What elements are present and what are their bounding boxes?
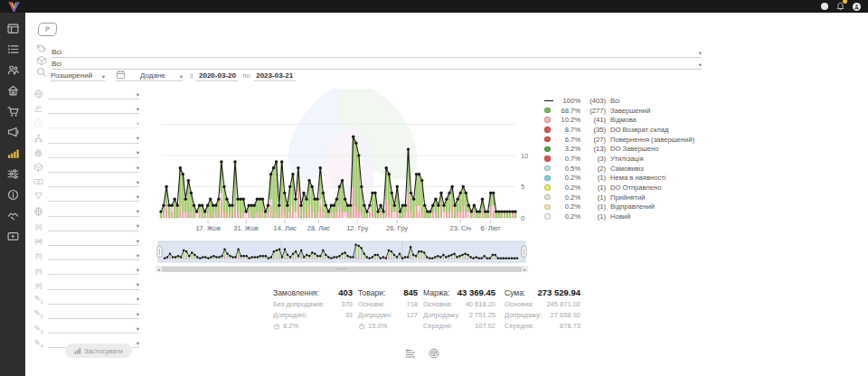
filter-row-pencil2[interactable]: ✎2▾ xyxy=(33,307,139,319)
stat-sub-value: 2 751.25 xyxy=(469,311,495,319)
legend-count: (277) xyxy=(580,107,606,115)
sidebar-item-video[interactable] xyxy=(6,230,19,242)
filter-row-s[interactable]: {s}▾ xyxy=(33,220,139,231)
legend-pct: 8.7% xyxy=(556,126,580,134)
scrollbar-thumb[interactable] xyxy=(162,267,522,272)
legend-count: (35) xyxy=(580,126,606,134)
filter-row-pencil3[interactable]: ✎3▾ xyxy=(33,322,139,334)
filter-row-pencil1[interactable]: ✎1▾ xyxy=(33,293,139,305)
product-filter[interactable]: Всі ▾ xyxy=(36,58,702,70)
legend-item[interactable]: 0.2%(1)Відправлений xyxy=(544,202,703,212)
page-icon[interactable]: P xyxy=(37,23,58,36)
svg-text:10: 10 xyxy=(521,152,528,160)
legend-label: DO Завершено xyxy=(610,145,658,153)
notifications-bell-icon[interactable] xyxy=(836,2,844,11)
user-avatar[interactable] xyxy=(853,3,861,11)
dot-swatch xyxy=(544,175,551,182)
banknote-icon xyxy=(33,176,43,187)
search-mode-select[interactable]: Розширений ▾ xyxy=(51,71,105,81)
chevron-down-icon: ▾ xyxy=(137,312,139,318)
sidebar-item-cart[interactable] xyxy=(6,105,19,118)
filter-row-earth[interactable]: ▾ xyxy=(33,88,139,99)
legend-item[interactable]: 0.2%(1)Прийнятий xyxy=(544,193,703,202)
svg-text:28. Лис: 28. Лис xyxy=(307,224,331,232)
legend-item[interactable]: 100%(403)Всі xyxy=(544,96,703,106)
package-view-icon[interactable] xyxy=(429,346,439,362)
apply-button[interactable]: Застосувати xyxy=(65,343,132,358)
sidebar-item-customers[interactable] xyxy=(6,63,19,76)
pencil-icon: ✎1 xyxy=(33,294,42,305)
legend-item[interactable]: 0.2%(1)DO Отправлено xyxy=(544,183,703,193)
sidebar-item-dashboard[interactable] xyxy=(6,22,19,34)
scroll-right-icon[interactable]: ▸ xyxy=(522,266,528,272)
filter-row-sitemap[interactable]: ▾ xyxy=(33,132,139,144)
chevron-down-icon: ▾ xyxy=(137,296,139,303)
legend-label: Повернення (завершений) xyxy=(610,136,694,144)
basket-icon xyxy=(273,323,280,330)
category-filter[interactable]: Всі ▾ xyxy=(36,46,702,58)
legend-item[interactable]: 0.7%(3)Утилізація xyxy=(544,154,703,164)
chart-scrollbar[interactable]: ◂ ▸ xyxy=(156,266,528,272)
app-logo[interactable] xyxy=(7,1,21,13)
svg-text:12. Гру: 12. Гру xyxy=(346,224,368,232)
search-row: Розширений ▾ Додане ▾ з 2020-03-20 по 20… xyxy=(36,70,296,81)
date-from-input[interactable]: 2020-03-20 xyxy=(196,71,238,81)
filter-row-clock[interactable]: ▾ xyxy=(33,117,139,128)
filter-row-м[interactable]: {м}▾ xyxy=(33,234,139,246)
legend-label: Самовивіз xyxy=(610,164,644,173)
date-to-input[interactable]: 2023-03-21 xyxy=(254,71,296,81)
filter-row-cube[interactable]: ▾ xyxy=(33,161,139,173)
date-field-select[interactable]: Додане ▾ xyxy=(116,70,183,81)
legend-item[interactable]: 6.7%(27)Повернення (завершений) xyxy=(544,135,703,145)
sidebar-item-analytics[interactable] xyxy=(6,146,19,159)
cube-icon xyxy=(33,162,43,173)
chart-range-navigator[interactable] xyxy=(156,240,528,265)
list-view-icon[interactable] xyxy=(405,346,416,362)
sidebar-item-info[interactable] xyxy=(6,188,19,201)
orders-timeseries-chart[interactable]: 051017. Жов31. Жов14. Лис28. Лис12. Гру2… xyxy=(156,87,528,237)
assistant-icon[interactable] xyxy=(821,3,828,10)
filter-row-п[interactable]: {п}▾ xyxy=(33,263,139,275)
legend-label: Утилізація xyxy=(610,155,644,163)
scroll-left-icon[interactable]: ◂ xyxy=(156,266,162,272)
legend-item[interactable]: 0.2%(1)Новий xyxy=(544,212,703,221)
stat-title: Сума: xyxy=(505,288,525,297)
clock-icon xyxy=(33,118,43,128)
dot-swatch xyxy=(544,194,551,201)
sidebar-item-orders-list[interactable] xyxy=(6,42,19,55)
dot-swatch xyxy=(544,146,551,153)
chevron-down-icon: ▾ xyxy=(180,74,183,80)
svg-text:23. Січ: 23. Січ xyxy=(449,224,471,232)
navigator-handle-left[interactable] xyxy=(157,247,162,258)
filter-row-funnel[interactable]: ▾ xyxy=(33,190,139,202)
legend-count: (13) xyxy=(580,145,606,153)
sidebar-item-partners[interactable] xyxy=(6,209,19,221)
stat-block: Замовлення:403Без допродажів:370Допродан… xyxy=(273,287,353,330)
sidebar-item-store[interactable] xyxy=(6,84,19,97)
legend-item[interactable]: 68.7%(277)Завершений xyxy=(544,106,703,116)
stat-sub-value: 107.62 xyxy=(475,322,495,330)
filter-row-т[interactable]: {т}▾ xyxy=(33,249,139,260)
legend-item[interactable]: 10.2%(41)Відмова xyxy=(544,115,703,125)
legend-item[interactable]: 0.2%(1)Нема в наявності xyxy=(544,174,703,183)
filter-row-к[interactable]: {к}▾ xyxy=(33,278,139,290)
chart-legend: 100%(403)Всі68.7%(277)Завершений10.2%(41… xyxy=(544,96,703,221)
filter-row-banknote[interactable]: ▾ xyxy=(33,175,139,187)
filter-row-globe-grid[interactable]: ▾ xyxy=(33,205,139,217)
bottom-toolbar xyxy=(405,346,439,362)
stat-sub-label: Допродажу: xyxy=(423,311,460,319)
legend-item[interactable]: 3.2%(13)DO Завершено xyxy=(544,144,703,154)
pencil-icon: ✎3 xyxy=(33,324,42,334)
filter-row-fingerprint[interactable]: ▾ xyxy=(33,146,139,158)
legend-item[interactable]: 8.7%(35)DO Возврат склад xyxy=(544,125,703,135)
navigator-handle-right[interactable] xyxy=(522,247,526,258)
dot-swatch xyxy=(544,108,551,114)
stat-value: 403 xyxy=(338,287,353,297)
stat-title: Замовлення: xyxy=(273,288,319,297)
legend-item[interactable]: 0.5%(2)Самовивіз xyxy=(544,164,703,174)
sidebar-item-marketing[interactable] xyxy=(6,126,19,138)
sidebar-item-settings-sliders[interactable] xyxy=(6,167,19,180)
legend-label: Новий xyxy=(610,212,630,221)
legend-label: DO Возврат склад xyxy=(610,126,668,134)
filter-row-strata[interactable]: ▾ xyxy=(33,102,139,114)
